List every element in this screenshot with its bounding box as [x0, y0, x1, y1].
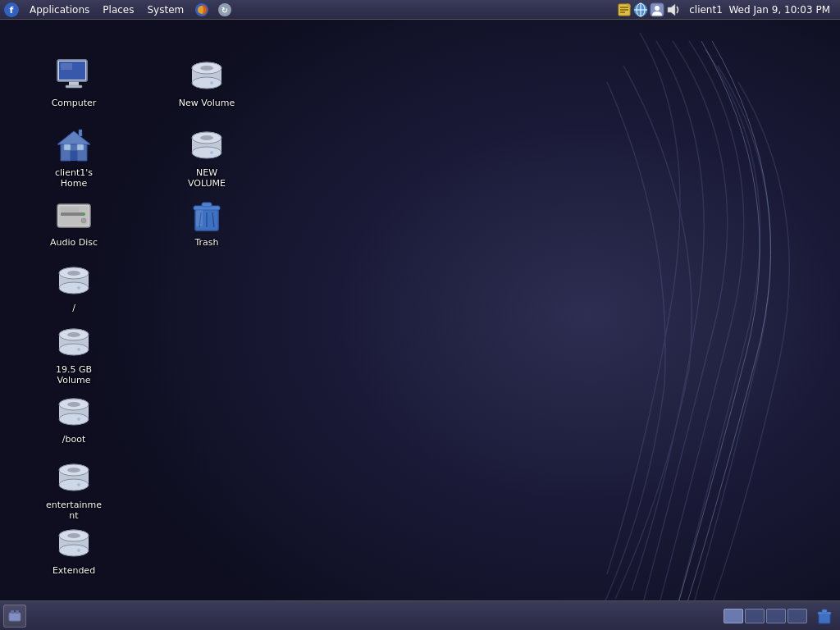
svg-text:↻: ↻: [221, 6, 228, 15]
home-icon-img: [54, 126, 94, 166]
computer-label: Computer: [52, 98, 97, 108]
svg-rect-86: [9, 613, 21, 621]
svg-rect-91: [822, 609, 827, 613]
svg-rect-45: [61, 212, 84, 216]
system-menu[interactable]: System: [140, 0, 190, 20]
svg-point-58: [59, 282, 89, 294]
volume-19-label: 19.5 GB Volume: [44, 364, 103, 386]
panel-right: client1 Wed Jan 9, 10:03 PM: [617, 2, 840, 17]
svg-point-70: [59, 413, 89, 425]
svg-point-30: [210, 81, 213, 84]
svg-point-85: [77, 549, 80, 552]
audio-disc-icon-img: [54, 196, 94, 235]
computer-icon-img: [54, 57, 94, 96]
svg-point-82: [59, 545, 89, 556]
svg-point-42: [210, 151, 213, 154]
distro-logo-icon[interactable]: f: [3, 2, 20, 18]
svg-point-41: [200, 135, 213, 140]
svg-point-76: [59, 479, 89, 491]
svg-point-67: [77, 348, 80, 351]
update-icon[interactable]: ↻: [217, 2, 233, 18]
workspace-3-button[interactable]: [766, 609, 786, 623]
svg-rect-51: [202, 203, 212, 207]
top-panel: f Applications Places System ↻: [0, 0, 840, 20]
trash-icon[interactable]: Trash: [174, 193, 240, 251]
extended-icon-img: [54, 524, 94, 564]
workspace-1-button[interactable]: [724, 609, 743, 623]
bottom-panel: [0, 600, 840, 630]
home-label: client1's Home: [44, 167, 103, 189]
places-menu[interactable]: Places: [96, 0, 140, 20]
svg-marker-17: [668, 4, 675, 16]
audio-disc-label: Audio Disc: [50, 237, 98, 248]
workspace-4-button[interactable]: [788, 609, 807, 623]
svg-point-47: [82, 212, 85, 216]
svg-rect-34: [77, 144, 84, 150]
panel-left: f Applications Places System ↻: [0, 0, 236, 20]
entertainment-icon[interactable]: entertainment: [41, 455, 107, 524]
taskbar-trash-button[interactable]: [812, 608, 837, 624]
svg-point-29: [200, 66, 213, 71]
svg-point-73: [77, 418, 80, 421]
root-label: /: [72, 303, 75, 313]
svg-rect-35: [64, 144, 71, 150]
svg-point-72: [67, 402, 80, 407]
svg-rect-23: [66, 85, 82, 88]
home-icon[interactable]: client1's Home: [41, 123, 107, 192]
entertainment-icon-img: [54, 459, 94, 498]
clock[interactable]: client1 Wed Jan 9, 10:03 PM: [682, 4, 837, 16]
svg-point-64: [59, 344, 89, 355]
trash-label: Trash: [194, 237, 218, 248]
boot-icon-img: [54, 393, 94, 432]
desktop-icons-area: Computer New Volume: [0, 25, 840, 597]
volume-icon[interactable]: [666, 2, 681, 17]
user-accounts-icon[interactable]: [650, 2, 664, 17]
svg-text:f: f: [10, 5, 14, 16]
new-volume-label: New Volume: [179, 98, 235, 108]
new-volume-icon-img: [187, 57, 226, 96]
volume-19-icon-img: [54, 323, 94, 363]
svg-point-79: [77, 483, 80, 486]
new-volume2-icon[interactable]: NEW VOLUME: [174, 123, 240, 192]
new-volume-icon[interactable]: New Volume: [174, 53, 240, 112]
network-manager-icon[interactable]: [633, 2, 648, 17]
svg-point-27: [192, 77, 221, 89]
svg-point-84: [67, 533, 80, 538]
firefox-icon[interactable]: [194, 2, 210, 18]
svg-point-46: [81, 218, 86, 223]
svg-rect-21: [61, 63, 72, 70]
boot-label: /boot: [62, 434, 85, 445]
svg-rect-48: [61, 208, 79, 212]
root-drive-icon[interactable]: /: [41, 258, 107, 317]
volume-19-icon[interactable]: 19.5 GB Volume: [41, 320, 107, 389]
entertainment-label: entertainment: [44, 500, 103, 521]
new-volume2-label: NEW VOLUME: [177, 167, 236, 189]
extended-label: Extended: [52, 565, 95, 576]
svg-rect-88: [16, 610, 19, 614]
svg-point-66: [67, 332, 80, 337]
workspace-2-button[interactable]: [745, 609, 765, 623]
new-volume2-icon-img: [187, 126, 226, 166]
svg-point-61: [77, 286, 80, 290]
workspace-switcher: [724, 609, 807, 623]
svg-point-39: [192, 147, 221, 158]
svg-rect-33: [71, 151, 77, 161]
sticky-notes-icon[interactable]: [617, 2, 632, 17]
audio-disc-icon[interactable]: Audio Disc: [41, 193, 107, 251]
svg-rect-36: [79, 130, 82, 136]
svg-point-16: [655, 6, 660, 11]
svg-point-60: [67, 271, 80, 276]
extended-icon[interactable]: Extended: [41, 521, 107, 579]
root-icon-img: [54, 262, 94, 301]
trash-icon-img: [187, 196, 226, 235]
boot-icon[interactable]: /boot: [41, 390, 107, 448]
svg-rect-87: [11, 610, 14, 614]
svg-marker-32: [57, 131, 90, 144]
svg-point-78: [67, 468, 80, 472]
svg-rect-55: [196, 210, 203, 226]
show-desktop-button[interactable]: [3, 605, 26, 628]
computer-icon[interactable]: Computer: [41, 53, 107, 112]
svg-rect-89: [819, 614, 830, 623]
applications-menu[interactable]: Applications: [23, 0, 96, 20]
